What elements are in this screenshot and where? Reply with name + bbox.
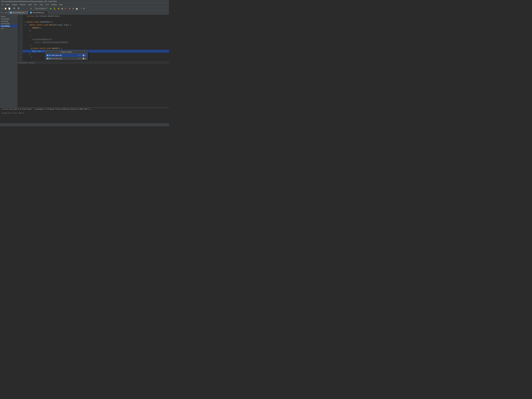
classname-demo02date: Demo02Date {: [40, 21, 53, 23]
bookmark-icon[interactable]: 🔖: [68, 7, 71, 10]
help-icon[interactable]: ?: [80, 7, 82, 10]
sidebar-item-iheima[interactable]: iheima: [0, 15, 17, 18]
main-area: iheima mo01.Object mo02.Date Demo01Date …: [0, 15, 169, 120]
sidebar: iheima mo01.Object mo02.Date Demo01Date …: [0, 15, 17, 120]
ln-14: 14: [17, 53, 22, 56]
code-brace-6: }: [30, 30, 31, 32]
kw-package: package: [27, 15, 35, 17]
toolbar-search-icon[interactable]: 🔍: [13, 7, 16, 10]
run-button[interactable]: ▶: [50, 7, 52, 10]
code-line-10: Date() 获取的就是当前系统的日期和时间: [23, 41, 169, 44]
toolbar-paste-icon[interactable]: 📄: [8, 7, 11, 10]
sidebar-item-mo01object[interactable]: mo01.Object: [0, 18, 17, 20]
tab-icon-1: C: [10, 12, 12, 13]
sidebar-item-demo01date[interactable]: Demo01Date: [0, 22, 17, 25]
settings-icon[interactable]: ⚙: [72, 7, 75, 10]
code-line-5: demo01();: [23, 26, 169, 29]
extra-icon[interactable]: ⊞: [83, 7, 86, 10]
sidebar-item-mo02date[interactable]: mo02.Date: [0, 20, 17, 22]
arrow-3: ▶: [25, 21, 26, 23]
menu-item-te[interactable]: te: [1, 3, 4, 6]
gutter-14: −: [24, 53, 27, 55]
sec-btn-4[interactable]: ◀: [6, 12, 7, 14]
toolbar-back-icon[interactable]: ✂: [1, 7, 3, 10]
kw-public-4: public: [30, 24, 37, 26]
menu-bar: te Code Analyze Refactor Build Run Tools…: [0, 3, 169, 6]
status-bar: [0, 123, 169, 126]
fold-14[interactable]: −: [25, 53, 25, 55]
menu-item-refactor[interactable]: Refactor: [19, 3, 27, 6]
sec-btn-1[interactable]: ≡: [1, 12, 2, 13]
tab-close-2[interactable]: ✕: [45, 12, 46, 13]
tab-demo02date[interactable]: C Demo02Date.java ✕: [28, 11, 48, 14]
code-line-16: [23, 58, 169, 61]
menu-item-tools[interactable]: Tools: [38, 3, 44, 6]
output-line-1: m Files\Java\jdk-9.0.1\bin\java" "-javaa…: [0, 108, 169, 111]
popup-sub-icon-1: u: [49, 55, 51, 56]
toolbar-step-into-icon[interactable]: ⬇: [30, 7, 32, 10]
tab-label-2: Demo02Date.java: [32, 12, 44, 13]
profile-icon[interactable]: ⚡: [57, 7, 60, 10]
title-text: PI\src\com\itheima\demo02\Date\Demo02Dat…: [1, 0, 57, 2]
code-package-name: com.itheima.demo02.Date;: [35, 15, 60, 17]
toolbar-copy-icon[interactable]: 📋: [4, 7, 7, 10]
code-line-1: package com.itheima.demo02.Date;: [23, 15, 169, 18]
toolbar-nav-forward-icon[interactable]: →: [25, 7, 28, 10]
code-demo01-paren: ();: [38, 27, 42, 29]
sec-btn-3[interactable]: ⚙: [5, 12, 6, 13]
sdk-icon[interactable]: ☕: [75, 7, 78, 10]
ln-1: 1: [17, 15, 22, 18]
code-line-11: */: [23, 44, 169, 47]
sec-btn-2[interactable]: ⇅: [2, 12, 3, 13]
toolbar-nav-back-icon[interactable]: ←: [22, 7, 25, 10]
menu-item-help[interactable]: Help: [58, 3, 64, 6]
code-line-2: [23, 18, 169, 20]
comment-10: Date() 获取的就是当前系统的日期和时间: [35, 41, 68, 44]
project-dropdown[interactable]: Demo03Objects ▾: [34, 7, 48, 10]
breadcrumb-class[interactable]: Demo02Date: [18, 62, 27, 63]
popup-arrow-2: ▶: [85, 58, 86, 59]
tab-demo01date[interactable]: C Demo01Date.java ✕: [8, 11, 28, 14]
kw-static-12: static: [39, 47, 47, 49]
stop-icon[interactable]: ■: [64, 7, 66, 10]
popup-item-label-1: Date (java.util): [51, 54, 62, 56]
menu-item-vcs[interactable]: VCS: [44, 3, 50, 6]
menu-item-window[interactable]: Window: [50, 3, 58, 6]
debug-icon[interactable]: 🐛: [53, 7, 56, 10]
menu-item-code[interactable]: Code: [4, 3, 10, 6]
tab-icon-2: C: [30, 12, 32, 13]
code-editor[interactable]: 1 2 3 4 5 6 7 8 9 10 11 12 13 14 15 16: [17, 15, 169, 120]
ln-2: 2: [17, 18, 22, 20]
ln-9: 9: [17, 38, 22, 41]
toolbar-sep-1: [12, 7, 12, 10]
breadcrumb-sep: ›: [27, 62, 28, 63]
menu-item-analyze[interactable]: Analyze: [11, 3, 19, 6]
kw-private: private: [27, 47, 39, 49]
fold-6[interactable]: −: [25, 30, 25, 32]
sidebar-item-iml[interactable]: .iml: [0, 27, 17, 30]
code-line-15: }: [23, 56, 169, 58]
popup-item-java-sql[interactable]: C u Date (java.sql) < 9.0 > ⊞ ▶: [45, 57, 88, 60]
toolbar-sep-5: [49, 7, 49, 10]
gutter-4: ▶: [24, 24, 27, 26]
code-lines-container: package com.itheima.demo02.Date; ▶ publi…: [23, 15, 169, 61]
toolbar-sep-4: [33, 7, 33, 10]
code-line-3: ▶ public class Demo02Date {: [23, 20, 169, 23]
fold-12[interactable]: −: [25, 48, 25, 49]
tab-close-1[interactable]: ✕: [25, 12, 26, 13]
menu-item-run[interactable]: Run: [33, 3, 38, 6]
code-line-4: ▶ public static void main(String[] args)…: [23, 23, 169, 26]
code-date-rest: date =: [36, 50, 44, 52]
sidebar-item-demo02date[interactable]: Demo02Date: [0, 25, 17, 27]
coverage-icon[interactable]: ▦: [61, 7, 63, 10]
secondary-toolbar: ≡ ⇅ | ⚙ ◀: [1, 12, 7, 14]
code-brace-14: }: [30, 53, 31, 55]
toolbar-search2-icon[interactable]: 🔎: [17, 7, 20, 10]
method-demo01: demo01: [52, 47, 58, 49]
menu-item-build[interactable]: Build: [27, 3, 33, 6]
breadcrumb-bar: Demo02Date › demo01(): [17, 61, 169, 64]
kw-class: class: [34, 21, 40, 23]
ln-13: 13: [17, 50, 22, 53]
popup-item-java-util[interactable]: C u Date (java.util) < 9.0 > ⊞ ▶: [45, 54, 88, 57]
breadcrumb-method[interactable]: demo01(): [29, 62, 35, 63]
